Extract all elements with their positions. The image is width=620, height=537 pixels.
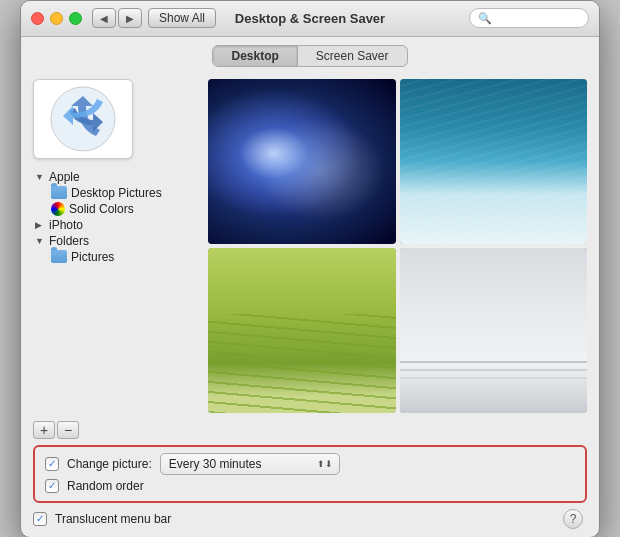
tree-item-desktop-pictures[interactable]: Desktop Pictures [49, 185, 198, 201]
bottom-bar: + − ✓ Change picture: Every 30 minutes ⬆… [21, 413, 599, 537]
add-button[interactable]: + [33, 421, 55, 439]
tab-screensaver[interactable]: Screen Saver [298, 46, 407, 66]
translucent-label: Translucent menu bar [55, 512, 171, 526]
desktop-pictures-label: Desktop Pictures [71, 186, 162, 200]
tree-item-folders[interactable]: ▼ Folders [33, 233, 198, 249]
help-button[interactable]: ? [563, 509, 583, 529]
change-picture-label: Change picture: [67, 457, 152, 471]
minimize-button[interactable] [50, 12, 63, 25]
search-icon: 🔍 [478, 12, 492, 25]
bottom-row: ✓ Translucent menu bar ? [33, 509, 587, 529]
add-remove-bar: + − [33, 421, 587, 439]
folders-children: Pictures [33, 249, 198, 265]
close-button[interactable] [31, 12, 44, 25]
remove-button[interactable]: − [57, 421, 79, 439]
wallpaper-fog[interactable] [400, 248, 588, 413]
window-title: Desktop & Screen Saver [235, 11, 385, 26]
tree-item-iphoto[interactable]: ▶ iPhoto [33, 217, 198, 233]
pictures-folder-icon [51, 250, 67, 263]
translucent-checkbox[interactable]: ✓ [33, 512, 47, 526]
tree-item-solid-colors[interactable]: Solid Colors [49, 201, 198, 217]
sidebar: ▼ Apple Desktop Pictures Solid Colors ▶ [33, 79, 198, 413]
solid-colors-label: Solid Colors [69, 202, 134, 216]
expand-folders-arrow: ▼ [35, 236, 45, 246]
preview-icon [48, 84, 118, 154]
random-order-checkbox[interactable]: ✓ [45, 479, 59, 493]
random-order-row: ✓ Random order [45, 479, 575, 493]
apple-section-label: Apple [49, 170, 80, 184]
pictures-label: Pictures [71, 250, 114, 264]
show-all-button[interactable]: Show All [148, 8, 216, 28]
wallpaper-ocean[interactable] [400, 79, 588, 244]
iphoto-label: iPhoto [49, 218, 83, 232]
folder-icon [51, 186, 67, 199]
dropdown-arrow: ⬆⬇ [317, 459, 333, 469]
ocean-image [400, 79, 588, 244]
wallpaper-grass[interactable] [208, 248, 396, 413]
change-picture-row: ✓ Change picture: Every 30 minutes ⬆⬇ [45, 453, 575, 475]
tree-item-pictures[interactable]: Pictures [49, 249, 198, 265]
tab-desktop[interactable]: Desktop [213, 46, 296, 66]
preview-box [33, 79, 133, 159]
change-picture-value: Every 30 minutes [169, 457, 262, 471]
traffic-lights [31, 12, 82, 25]
translucent-row: ✓ Translucent menu bar [33, 512, 171, 526]
expand-iphoto-arrow: ▶ [35, 220, 45, 230]
main-window: ◀ ▶ Show All Desktop & Screen Saver 🔍 De… [20, 0, 600, 537]
options-area: ✓ Change picture: Every 30 minutes ⬆⬇ ✓ … [33, 445, 587, 503]
forward-button[interactable]: ▶ [118, 8, 142, 28]
tree-section: ▼ Apple Desktop Pictures Solid Colors ▶ [33, 169, 198, 265]
search-box[interactable]: 🔍 [469, 8, 589, 28]
fog-image [400, 248, 588, 413]
wallpaper-grid [208, 79, 587, 413]
color-icon [51, 202, 65, 216]
change-picture-dropdown[interactable]: Every 30 minutes ⬆⬇ [160, 453, 340, 475]
wallpaper-galaxy[interactable] [208, 79, 396, 244]
back-button[interactable]: ◀ [92, 8, 116, 28]
random-order-label: Random order [67, 479, 144, 493]
apple-children: Desktop Pictures Solid Colors [33, 185, 198, 217]
nav-buttons: ◀ ▶ [92, 8, 142, 28]
expand-apple-arrow: ▼ [35, 172, 45, 182]
grass-image [208, 248, 396, 413]
tree-item-apple[interactable]: ▼ Apple [33, 169, 198, 185]
content-area: ▼ Apple Desktop Pictures Solid Colors ▶ [21, 73, 599, 413]
maximize-button[interactable] [69, 12, 82, 25]
tab-bar: Desktop Screen Saver [21, 37, 599, 73]
change-picture-checkbox[interactable]: ✓ [45, 457, 59, 471]
tab-group: Desktop Screen Saver [212, 45, 407, 67]
titlebar: ◀ ▶ Show All Desktop & Screen Saver 🔍 [21, 1, 599, 37]
folders-section-label: Folders [49, 234, 89, 248]
galaxy-image [208, 79, 396, 244]
